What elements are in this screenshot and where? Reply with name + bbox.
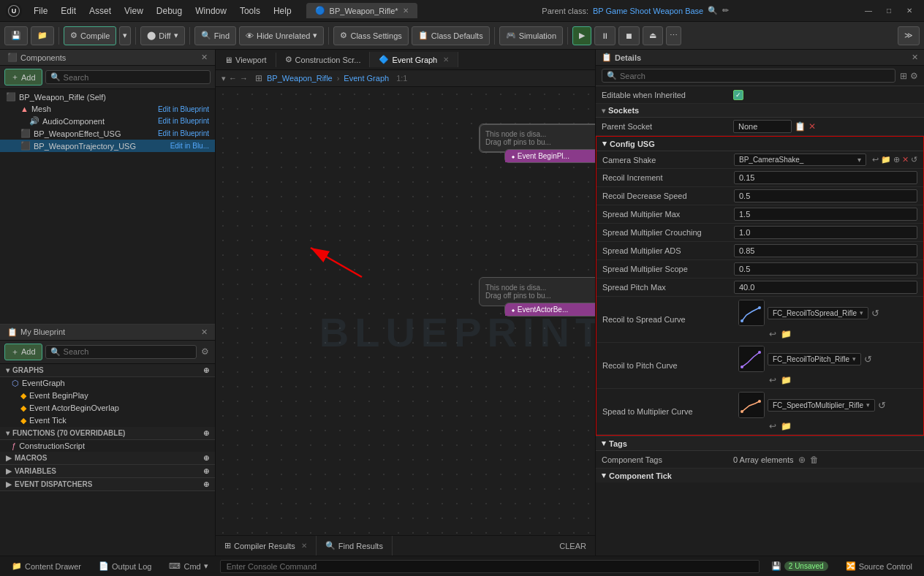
sockets-section-header[interactable]: ▾ Sockets <box>596 104 924 118</box>
add-variable-button[interactable]: ⊕ <box>203 467 209 475</box>
diff-button[interactable]: ⬤ Diff ▾ <box>140 26 184 45</box>
viewport-tab[interactable]: 🖥 Viewport <box>216 53 276 67</box>
compile-options-button[interactable]: ▾ <box>119 26 131 45</box>
add-dispatcher-button[interactable]: ⊕ <box>203 480 209 488</box>
source-control-button[interactable]: 🔀 Source Control <box>840 561 918 571</box>
browse-icon[interactable]: 📁 <box>881 155 891 164</box>
class-defaults-button[interactable]: 📋 Class Defaults <box>412 26 490 45</box>
recoil-pitch-thumbnail[interactable] <box>738 346 765 372</box>
output-log-button[interactable]: 📄 Output Log <box>93 561 157 571</box>
compiler-results-close[interactable]: ✕ <box>301 542 307 550</box>
navigate-icon[interactable]: ↩ <box>872 155 879 164</box>
speed-multiplier-thumbnail[interactable] <box>738 392 765 418</box>
search-icon[interactable]: 🔍 <box>708 6 718 15</box>
disabled-node-1[interactable]: This node is disa...Drag off pins to bu.… <box>479 124 595 153</box>
add-tag-icon[interactable]: ⊕ <box>798 455 806 465</box>
details-search-input[interactable] <box>620 72 890 80</box>
console-command-input[interactable] <box>220 560 760 573</box>
components-tab-close[interactable]: ✕ <box>201 53 208 62</box>
spread-max-input[interactable] <box>734 208 917 221</box>
tree-item-mesh[interactable]: ▲ Mesh Edit in Blueprint <box>0 103 215 115</box>
details-close[interactable]: ✕ <box>912 53 918 62</box>
hide-unrelated-button[interactable]: 👁 Hide Unrelated ▾ <box>239 26 324 45</box>
menu-view[interactable]: View <box>118 4 149 18</box>
config-usg-header[interactable]: ▾ Config USG <box>597 137 923 151</box>
tree-item-trajectory[interactable]: ⬛ BP_WeaponTrajectory_USG Edit in Blu... <box>0 140 215 152</box>
play-button[interactable]: ▶ <box>572 26 591 45</box>
menu-tools[interactable]: Tools <box>234 4 266 18</box>
recoil-spread-reset-button[interactable]: ↺ <box>871 308 879 319</box>
components-search[interactable]: 🔍 <box>45 70 211 84</box>
recoil-decrease-input[interactable] <box>734 189 917 202</box>
edit-mesh-link[interactable]: Edit in Blueprint <box>158 105 209 113</box>
breadcrumb-graph[interactable]: Event Graph <box>344 74 389 83</box>
bp-add-button[interactable]: ＋ Add <box>4 344 42 360</box>
bp-event-actoroverlap[interactable]: ◆ Event ActorBeginOverlap <box>0 402 215 414</box>
parent-socket-input[interactable] <box>733 120 792 133</box>
spread-ads-input[interactable] <box>734 244 917 257</box>
graphs-section[interactable]: ▾ GRAPHS ⊕ <box>0 364 215 377</box>
stop-button[interactable]: ⏹ <box>618 26 640 45</box>
more-options-button[interactable]: ≫ <box>898 26 920 45</box>
graph-canvas[interactable]: BLUEPRINT This node is disa...Drag off p… <box>216 87 595 535</box>
speed-multiplier-select[interactable]: FC_SpeedToMultiplier_Rifle ▾ <box>768 399 875 412</box>
recoil-spread-navigate-icon[interactable]: ↩ <box>769 329 776 339</box>
event-actoroverlap-node[interactable]: ⬥ EventActorBe... <box>504 303 595 317</box>
components-add-button[interactable]: ＋ Add <box>4 69 42 86</box>
bp-event-beginplay[interactable]: ◆ Event BeginPlay <box>0 390 215 402</box>
event-graph-tab[interactable]: 🔷 Event Graph ✕ <box>370 52 458 67</box>
my-blueprint-tab[interactable]: 📋 My Blueprint ✕ <box>0 325 215 341</box>
copy-icon[interactable]: 📋 <box>795 121 806 132</box>
tags-section-header[interactable]: ▾ Tags <box>596 436 924 451</box>
tab-close-button[interactable]: ✕ <box>403 7 409 15</box>
recoil-increment-input[interactable] <box>734 171 917 184</box>
event-graph-tab-close[interactable]: ✕ <box>443 56 449 64</box>
variables-section[interactable]: ▶ VARIABLES ⊕ <box>0 465 215 478</box>
edit-icon[interactable]: ✏ <box>722 6 729 15</box>
editable-inherited-checkbox[interactable]: ✓ <box>733 90 743 100</box>
parent-class-value[interactable]: BP Game Shoot Weapon Base <box>593 7 703 15</box>
edit-audio-link[interactable]: Edit in Blueprint <box>158 117 209 125</box>
edit-icon[interactable]: ⊕ <box>893 155 900 164</box>
menu-file[interactable]: File <box>28 4 53 18</box>
components-tab[interactable]: ⬛ Components ✕ <box>0 50 215 66</box>
browse-button[interactable]: 📁 <box>31 26 54 45</box>
recoil-pitch-navigate-icon[interactable]: ↩ <box>769 375 776 385</box>
bp-settings-icon[interactable]: ⚙ <box>200 345 211 358</box>
edit-effect-link[interactable]: Edit in Blueprint <box>158 129 209 137</box>
recoil-pitch-browse-icon[interactable]: 📁 <box>781 375 792 385</box>
menu-debug[interactable]: Debug <box>151 4 188 18</box>
clear-socket-icon[interactable]: ✕ <box>808 121 816 132</box>
step-button[interactable]: ⏸ <box>594 26 616 45</box>
bp-event-tick[interactable]: ◆ Event Tick <box>0 414 215 427</box>
settings-icon[interactable]: ⚙ <box>910 71 918 81</box>
add-macro-button[interactable]: ⊕ <box>203 454 209 462</box>
macros-section[interactable]: ▶ MACROS ⊕ <box>0 452 215 465</box>
compiler-results-tab[interactable]: ⊞ Compiler Results ✕ <box>216 536 317 556</box>
construction-tab[interactable]: ⚙ Construction Scr... <box>276 52 371 67</box>
menu-asset[interactable]: Asset <box>83 4 117 18</box>
find-button[interactable]: 🔍 Find <box>194 26 236 45</box>
play-options-button[interactable]: ⋯ <box>666 26 681 45</box>
eject-button[interactable]: ⏏ <box>643 26 663 45</box>
camera-shake-dropdown[interactable]: BP_CameraShake_ ▾ <box>734 154 866 166</box>
spread-scope-input[interactable] <box>734 262 917 276</box>
recoil-pitch-reset-button[interactable]: ↺ <box>864 354 872 365</box>
clear-button[interactable]: CLEAR <box>550 536 595 556</box>
unsaved-indicator[interactable]: 💾 2 Unsaved <box>765 561 834 571</box>
disabled-node-2[interactable]: This node is disa...Drag off pins to bu.… <box>479 277 595 306</box>
nav-forward-button[interactable]: → <box>240 74 248 83</box>
simulation-button[interactable]: 🎮 Simulation <box>499 26 563 45</box>
edit-trajectory-link[interactable]: Edit in Blu... <box>170 142 209 150</box>
details-search-box[interactable]: 🔍 <box>602 69 895 83</box>
bp-tab-close[interactable]: ✕ <box>201 327 208 337</box>
remove-tag-icon[interactable]: 🗑 <box>810 455 819 465</box>
save-button[interactable]: 💾 <box>4 26 28 45</box>
clear-icon[interactable]: ✕ <box>902 155 909 164</box>
content-drawer-button[interactable]: 📁 Content Drawer <box>6 561 87 571</box>
active-tab[interactable]: 🔵 BP_Weapon_Rifle* ✕ <box>306 3 417 18</box>
minimize-button[interactable]: — <box>860 4 877 18</box>
find-results-tab[interactable]: 🔍 Find Results <box>317 536 393 556</box>
bp-event-graph[interactable]: ⬡ EventGraph <box>0 377 215 390</box>
bp-search[interactable]: 🔍 <box>45 345 197 359</box>
